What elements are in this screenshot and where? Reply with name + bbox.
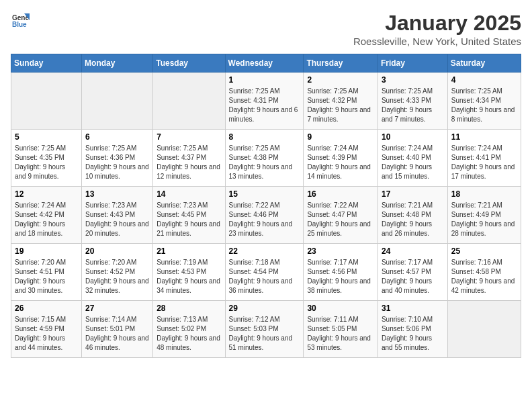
day-header-thursday: Thursday (304, 54, 378, 73)
day-info: Sunrise: 7:25 AM Sunset: 4:38 PM Dayligh… (229, 144, 300, 181)
day-number: 11 (451, 132, 517, 142)
day-info: Sunrise: 7:20 AM Sunset: 4:51 PM Dayligh… (15, 258, 78, 295)
day-number: 10 (382, 132, 444, 142)
day-number: 27 (85, 304, 149, 313)
calendar-cell: 14Sunrise: 7:23 AM Sunset: 4:45 PM Dayli… (153, 187, 225, 244)
calendar-week-5: 26Sunrise: 7:15 AM Sunset: 4:59 PM Dayli… (11, 301, 521, 358)
calendar-cell: 5Sunrise: 7:25 AM Sunset: 4:35 PM Daylig… (11, 130, 82, 187)
day-info: Sunrise: 7:11 AM Sunset: 5:05 PM Dayligh… (307, 315, 374, 353)
day-info: Sunrise: 7:21 AM Sunset: 4:49 PM Dayligh… (451, 201, 517, 238)
calendar-cell (153, 73, 225, 130)
day-number: 18 (451, 189, 517, 199)
calendar-cell: 24Sunrise: 7:17 AM Sunset: 4:57 PM Dayli… (378, 244, 447, 301)
day-header-wednesday: Wednesday (225, 54, 304, 73)
day-number: 20 (85, 246, 149, 256)
header: General Blue January 2025 Roessleville, … (11, 11, 521, 47)
day-number: 16 (307, 189, 374, 199)
day-number: 23 (307, 246, 374, 256)
calendar-cell (447, 301, 521, 358)
day-number: 26 (15, 304, 78, 313)
day-info: Sunrise: 7:25 AM Sunset: 4:32 PM Dayligh… (307, 87, 374, 124)
day-number: 2 (307, 75, 374, 85)
title-area: January 2025 Roessleville, New York, Uni… (353, 11, 521, 47)
day-number: 14 (157, 189, 221, 199)
day-number: 8 (229, 132, 300, 142)
day-info: Sunrise: 7:13 AM Sunset: 5:02 PM Dayligh… (157, 315, 221, 353)
day-number: 12 (15, 189, 78, 199)
calendar-cell: 11Sunrise: 7:24 AM Sunset: 4:41 PM Dayli… (447, 130, 521, 187)
day-number: 1 (229, 75, 300, 85)
day-number: 24 (382, 246, 444, 256)
day-info: Sunrise: 7:23 AM Sunset: 4:43 PM Dayligh… (85, 201, 149, 238)
month-title: January 2025 (353, 11, 521, 36)
calendar-cell: 6Sunrise: 7:25 AM Sunset: 4:36 PM Daylig… (82, 130, 153, 187)
day-info: Sunrise: 7:24 AM Sunset: 4:39 PM Dayligh… (307, 144, 374, 181)
calendar-cell: 27Sunrise: 7:14 AM Sunset: 5:01 PM Dayli… (82, 301, 153, 358)
day-info: Sunrise: 7:24 AM Sunset: 4:40 PM Dayligh… (382, 144, 444, 181)
calendar-cell: 4Sunrise: 7:25 AM Sunset: 4:34 PM Daylig… (447, 73, 521, 130)
calendar-cell: 15Sunrise: 7:22 AM Sunset: 4:46 PM Dayli… (225, 187, 304, 244)
calendar-cell: 13Sunrise: 7:23 AM Sunset: 4:43 PM Dayli… (82, 187, 153, 244)
calendar-cell: 17Sunrise: 7:21 AM Sunset: 4:48 PM Dayli… (378, 187, 447, 244)
day-number: 4 (451, 75, 517, 85)
day-info: Sunrise: 7:18 AM Sunset: 4:54 PM Dayligh… (229, 258, 300, 295)
day-header-friday: Friday (378, 54, 447, 73)
logo-icon: General Blue (11, 11, 30, 30)
day-number: 13 (85, 189, 149, 199)
day-number: 21 (157, 246, 221, 256)
day-info: Sunrise: 7:17 AM Sunset: 4:57 PM Dayligh… (382, 258, 444, 295)
day-number: 5 (15, 132, 78, 142)
calendar-week-3: 12Sunrise: 7:24 AM Sunset: 4:42 PM Dayli… (11, 187, 521, 244)
day-number: 22 (229, 246, 300, 256)
day-info: Sunrise: 7:25 AM Sunset: 4:35 PM Dayligh… (15, 144, 78, 181)
calendar-cell: 12Sunrise: 7:24 AM Sunset: 4:42 PM Dayli… (11, 187, 82, 244)
calendar-cell (82, 73, 153, 130)
day-info: Sunrise: 7:15 AM Sunset: 4:59 PM Dayligh… (15, 315, 78, 353)
calendar-cell: 29Sunrise: 7:12 AM Sunset: 5:03 PM Dayli… (225, 301, 304, 358)
day-number: 29 (229, 304, 300, 313)
calendar-cell: 1Sunrise: 7:25 AM Sunset: 4:31 PM Daylig… (225, 73, 304, 130)
day-info: Sunrise: 7:24 AM Sunset: 4:41 PM Dayligh… (451, 144, 517, 181)
calendar-cell: 2Sunrise: 7:25 AM Sunset: 4:32 PM Daylig… (304, 73, 378, 130)
day-info: Sunrise: 7:17 AM Sunset: 4:56 PM Dayligh… (307, 258, 374, 295)
calendar-cell: 9Sunrise: 7:24 AM Sunset: 4:39 PM Daylig… (304, 130, 378, 187)
calendar-week-4: 19Sunrise: 7:20 AM Sunset: 4:51 PM Dayli… (11, 244, 521, 301)
day-number: 15 (229, 189, 300, 199)
day-info: Sunrise: 7:20 AM Sunset: 4:52 PM Dayligh… (85, 258, 149, 295)
calendar-cell: 7Sunrise: 7:25 AM Sunset: 4:37 PM Daylig… (153, 130, 225, 187)
calendar-cell: 22Sunrise: 7:18 AM Sunset: 4:54 PM Dayli… (225, 244, 304, 301)
day-info: Sunrise: 7:25 AM Sunset: 4:37 PM Dayligh… (157, 144, 221, 181)
day-info: Sunrise: 7:12 AM Sunset: 5:03 PM Dayligh… (229, 315, 300, 353)
day-number: 9 (307, 132, 374, 142)
day-header-saturday: Saturday (447, 54, 521, 73)
day-info: Sunrise: 7:22 AM Sunset: 4:46 PM Dayligh… (229, 201, 300, 238)
day-info: Sunrise: 7:25 AM Sunset: 4:31 PM Dayligh… (229, 87, 300, 124)
svg-text:Blue: Blue (12, 21, 27, 28)
day-info: Sunrise: 7:10 AM Sunset: 5:06 PM Dayligh… (382, 315, 444, 353)
calendar-week-2: 5Sunrise: 7:25 AM Sunset: 4:35 PM Daylig… (11, 130, 521, 187)
day-number: 7 (157, 132, 221, 142)
calendar-cell: 21Sunrise: 7:19 AM Sunset: 4:53 PM Dayli… (153, 244, 225, 301)
day-number: 30 (307, 304, 374, 313)
calendar-cell: 28Sunrise: 7:13 AM Sunset: 5:02 PM Dayli… (153, 301, 225, 358)
calendar-cell: 23Sunrise: 7:17 AM Sunset: 4:56 PM Dayli… (304, 244, 378, 301)
day-info: Sunrise: 7:25 AM Sunset: 4:33 PM Dayligh… (382, 87, 444, 124)
calendar-cell: 3Sunrise: 7:25 AM Sunset: 4:33 PM Daylig… (378, 73, 447, 130)
calendar-cell: 10Sunrise: 7:24 AM Sunset: 4:40 PM Dayli… (378, 130, 447, 187)
calendar-cell: 30Sunrise: 7:11 AM Sunset: 5:05 PM Dayli… (304, 301, 378, 358)
day-info: Sunrise: 7:23 AM Sunset: 4:45 PM Dayligh… (157, 201, 221, 238)
day-info: Sunrise: 7:25 AM Sunset: 4:36 PM Dayligh… (85, 144, 149, 181)
calendar-cell: 19Sunrise: 7:20 AM Sunset: 4:51 PM Dayli… (11, 244, 82, 301)
day-number: 25 (451, 246, 517, 256)
day-info: Sunrise: 7:14 AM Sunset: 5:01 PM Dayligh… (85, 315, 149, 353)
calendar-cell: 25Sunrise: 7:16 AM Sunset: 4:58 PM Dayli… (447, 244, 521, 301)
day-info: Sunrise: 7:19 AM Sunset: 4:53 PM Dayligh… (157, 258, 221, 295)
calendar-cell: 16Sunrise: 7:22 AM Sunset: 4:47 PM Dayli… (304, 187, 378, 244)
day-header-sunday: Sunday (11, 54, 82, 73)
day-number: 3 (382, 75, 444, 85)
calendar-cell: 26Sunrise: 7:15 AM Sunset: 4:59 PM Dayli… (11, 301, 82, 358)
calendar-cell: 18Sunrise: 7:21 AM Sunset: 4:49 PM Dayli… (447, 187, 521, 244)
calendar-table: SundayMondayTuesdayWednesdayThursdayFrid… (11, 54, 521, 358)
calendar-cell: 20Sunrise: 7:20 AM Sunset: 4:52 PM Dayli… (82, 244, 153, 301)
calendar-cell: 8Sunrise: 7:25 AM Sunset: 4:38 PM Daylig… (225, 130, 304, 187)
